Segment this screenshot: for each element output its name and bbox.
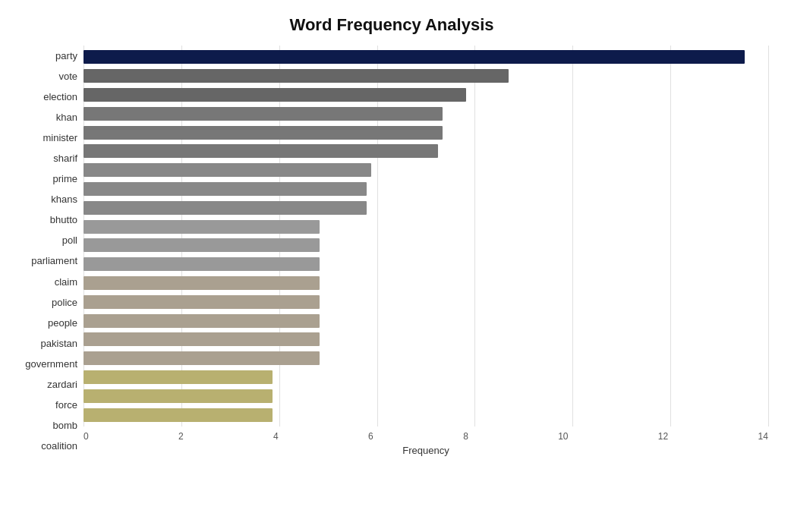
grid-and-bars [84,46,768,427]
y-label: people [15,318,77,328]
bar [84,50,745,64]
y-label: khan [15,112,77,122]
bar-row [84,387,768,405]
y-label: sharif [15,153,77,163]
bar-row [84,199,768,217]
bar [84,144,438,158]
bar-row [84,274,768,292]
x-tick: 8 [463,431,468,442]
bar-row [84,255,768,273]
bar-row [84,349,768,367]
bar [84,126,443,140]
y-label: bhutto [15,215,77,225]
y-label: government [15,359,77,369]
bar [84,182,367,196]
bar-row [84,330,768,348]
x-axis: 02468101214 [84,431,768,442]
bar [84,332,320,346]
chart-title: Word Frequency Analysis [15,15,768,35]
bar [84,107,443,121]
x-tick: 12 [658,431,668,442]
y-labels: partyvoteelectionkhanministersharifprime… [15,46,84,456]
x-tick: 14 [758,431,768,442]
chart-area: partyvoteelectionkhanministersharifprime… [15,46,768,456]
grid-line [768,46,769,427]
bar [84,276,320,290]
x-axis-label: Frequency [84,445,768,456]
bar [84,389,273,403]
y-label: force [15,400,77,410]
bar [84,163,371,177]
x-tick: 6 [368,431,373,442]
bar-row [84,161,768,179]
x-tick: 4 [273,431,279,442]
bar-row [84,312,768,330]
bar-row [84,236,768,254]
bar [84,220,320,234]
y-label: parliament [15,256,77,266]
bars-wrapper [84,46,768,427]
y-label: coalition [15,441,77,451]
y-label: election [15,92,77,102]
bars-and-grid: 02468101214 Frequency [84,46,768,456]
bar [84,370,273,384]
chart-container: Word Frequency Analysis partyvoteelectio… [0,0,791,532]
y-label: pakistan [15,338,77,348]
bar [84,201,367,215]
y-label: party [15,51,77,61]
bar-row [84,406,768,424]
bar [84,351,320,365]
y-label: bomb [15,420,77,430]
y-label: khans [15,194,77,204]
bar-row [84,293,768,311]
bar-row [84,218,768,236]
y-label: vote [15,71,77,81]
bar-row [84,142,768,160]
y-label: zardari [15,379,77,389]
y-label: police [15,297,77,307]
bar [84,238,320,252]
bar-row [84,86,768,104]
bar [84,314,320,328]
bar [84,257,320,271]
x-tick: 10 [558,431,568,442]
y-label: claim [15,277,77,287]
bar-row [84,48,768,66]
y-label: minister [15,133,77,143]
bar [84,88,466,102]
bar [84,408,273,422]
y-label: prime [15,174,77,184]
bar-row [84,368,768,386]
bar [84,295,320,309]
bar [84,69,509,83]
bar-row [84,67,768,85]
y-label: poll [15,235,77,245]
bar-row [84,180,768,198]
bar-row [84,124,768,142]
x-tick: 0 [84,431,89,442]
x-tick: 2 [178,431,184,442]
bar-row [84,105,768,123]
